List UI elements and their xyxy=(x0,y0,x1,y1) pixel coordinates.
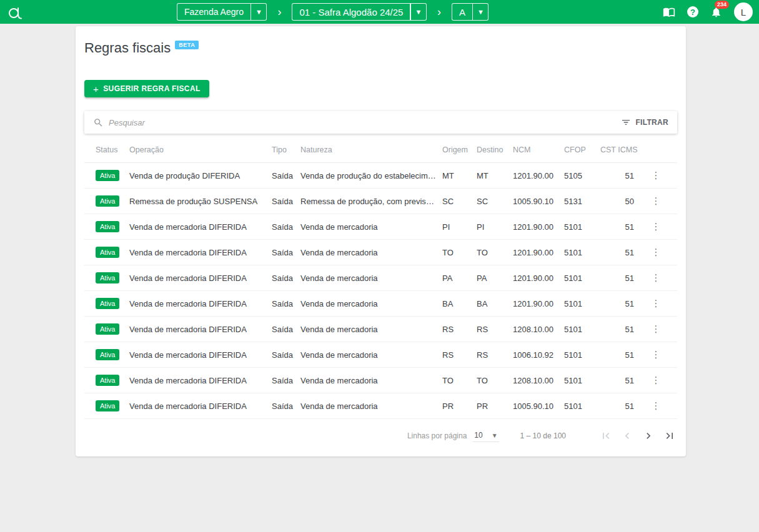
cell-operacao: Remessa de produção SUSPENSA xyxy=(129,189,272,214)
pagination-range-label: 1 – 10 de 100 xyxy=(520,431,566,440)
cell-tipo: Saída xyxy=(272,189,300,214)
cell-destino: PR xyxy=(477,393,513,419)
cell-cst-icms: 51 xyxy=(600,368,639,393)
notifications-bell-icon[interactable]: 234 xyxy=(710,6,722,18)
cell-natureza: Venda de mercadoria xyxy=(300,317,442,342)
plus-icon: + xyxy=(93,84,99,94)
cell-cst-icms: 51 xyxy=(600,317,639,342)
cell-natureza: Venda de mercadoria xyxy=(300,291,442,317)
table-row[interactable]: Ativa Venda de mercadoria DIFERIDA Saída… xyxy=(84,368,677,393)
cell-ncm: 1208.10.00 xyxy=(513,317,564,342)
table-row[interactable]: Ativa Venda de mercadoria DIFERIDA Saída… xyxy=(84,317,677,342)
cell-natureza: Venda de mercadoria xyxy=(300,214,442,240)
first-page-button[interactable] xyxy=(598,428,613,443)
plot-selector[interactable]: A ▼ xyxy=(452,3,489,21)
fiscal-rules-card: Regras fiscais BETA + SUGERIR REGRA FISC… xyxy=(76,26,686,456)
cell-origem: BA xyxy=(442,291,477,317)
cell-cfop: 5101 xyxy=(564,265,600,291)
plot-selector-label: A xyxy=(452,4,472,20)
previous-page-button[interactable] xyxy=(620,428,635,443)
filter-button-label: FILTRAR xyxy=(635,118,668,127)
chevron-down-icon[interactable]: ▼ xyxy=(411,4,426,20)
user-avatar[interactable]: L xyxy=(734,2,753,21)
cell-operacao: Venda de mercadoria DIFERIDA xyxy=(129,214,272,240)
table-row[interactable]: Ativa Venda de mercadoria DIFERIDA Saída… xyxy=(84,342,677,368)
table-row[interactable]: Ativa Remessa de produção SUSPENSA Saída… xyxy=(84,189,677,214)
status-badge: Ativa xyxy=(96,247,119,258)
search-bar: FILTRAR xyxy=(84,111,677,134)
table-row[interactable]: Ativa Venda de produção DIFERIDA Saída V… xyxy=(84,163,677,189)
row-menu-icon[interactable]: ⋮ xyxy=(647,219,667,234)
row-menu-icon[interactable]: ⋮ xyxy=(647,372,667,388)
farm-selector[interactable]: Fazenda Aegro ▼ xyxy=(177,3,267,21)
cell-ncm: 1201.90.00 xyxy=(513,265,564,291)
cell-origem: PI xyxy=(442,214,477,240)
cell-destino: TO xyxy=(477,368,513,393)
cell-natureza: Venda de mercadoria xyxy=(300,265,442,291)
cell-cst-icms: 51 xyxy=(600,291,639,317)
top-bar: Fazenda Aegro ▼ › 01 - Safra Algodão 24/… xyxy=(0,0,759,24)
row-menu-icon[interactable]: ⋮ xyxy=(647,398,667,413)
chevron-down-icon[interactable]: ▼ xyxy=(251,4,266,20)
cell-tipo: Saída xyxy=(272,317,300,342)
column-header-ncm: NCM xyxy=(513,137,564,163)
cell-tipo: Saída xyxy=(272,240,300,265)
row-menu-icon[interactable]: ⋮ xyxy=(647,167,667,183)
cell-cfop: 5101 xyxy=(564,393,600,419)
row-menu-icon[interactable]: ⋮ xyxy=(647,321,667,337)
page-title: Regras fiscais xyxy=(84,40,171,56)
filter-button[interactable]: FILTRAR xyxy=(621,117,668,127)
aegro-logo-icon[interactable] xyxy=(7,4,22,20)
cell-destino: MT xyxy=(477,163,513,189)
breadcrumb: Fazenda Aegro ▼ › 01 - Safra Algodão 24/… xyxy=(177,3,489,21)
column-header-cfop: CFOP xyxy=(564,137,600,163)
row-menu-icon[interactable]: ⋮ xyxy=(647,193,667,209)
breadcrumb-separator-icon: › xyxy=(277,6,281,17)
cell-cfop: 5101 xyxy=(564,368,600,393)
table-row[interactable]: Ativa Venda de mercadoria DIFERIDA Saída… xyxy=(84,214,677,240)
rows-per-page-select[interactable]: 10 ▼ xyxy=(473,430,499,442)
cell-destino: RS xyxy=(477,317,513,342)
column-header-actions xyxy=(639,137,677,163)
row-menu-icon[interactable]: ⋮ xyxy=(647,347,667,362)
cell-origem: MT xyxy=(442,163,477,189)
cell-cst-icms: 51 xyxy=(600,265,639,291)
row-menu-icon[interactable]: ⋮ xyxy=(647,244,667,260)
table-row[interactable]: Ativa Venda de mercadoria DIFERIDA Saída… xyxy=(84,265,677,291)
top-actions: ? 234 L xyxy=(663,0,753,24)
avatar-letter: L xyxy=(741,7,746,17)
row-menu-icon[interactable]: ⋮ xyxy=(647,295,667,311)
status-badge: Ativa xyxy=(96,400,119,411)
cell-ncm: 1005.90.10 xyxy=(513,189,564,214)
last-page-button[interactable] xyxy=(662,428,677,443)
cell-cst-icms: 51 xyxy=(600,163,639,189)
cell-operacao: Venda de mercadoria DIFERIDA xyxy=(129,317,272,342)
row-menu-icon[interactable]: ⋮ xyxy=(647,270,667,285)
cell-natureza: Venda de mercadoria xyxy=(300,240,442,265)
cell-tipo: Saída xyxy=(272,163,300,189)
status-badge: Ativa xyxy=(96,170,119,181)
next-page-button[interactable] xyxy=(641,428,656,443)
title-row: Regras fiscais BETA xyxy=(84,36,677,56)
help-icon[interactable]: ? xyxy=(687,6,698,17)
harvest-selector[interactable]: 01 - Safra Algodão 24/25 ▼ xyxy=(292,3,426,21)
rows-per-page-value: 10 xyxy=(474,431,482,440)
manual-book-icon[interactable] xyxy=(663,6,675,18)
table-row[interactable]: Ativa Venda de mercadoria DIFERIDA Saída… xyxy=(84,240,677,265)
search-input[interactable] xyxy=(109,118,621,127)
question-mark-glyph: ? xyxy=(690,7,695,17)
status-badge: Ativa xyxy=(96,272,119,283)
cell-operacao: Venda de mercadoria DIFERIDA xyxy=(129,240,272,265)
search-icon xyxy=(93,117,104,128)
cell-operacao: Venda de mercadoria DIFERIDA xyxy=(129,265,272,291)
cell-cfop: 5101 xyxy=(564,317,600,342)
suggest-fiscal-rule-button[interactable]: + SUGERIR REGRA FISCAL xyxy=(84,80,209,97)
status-badge: Ativa xyxy=(96,323,119,335)
table-row[interactable]: Ativa Venda de mercadoria DIFERIDA Saída… xyxy=(84,291,677,317)
cell-cfop: 5131 xyxy=(564,189,600,214)
cell-ncm: 1201.90.00 xyxy=(513,240,564,265)
chevron-down-icon[interactable]: ▼ xyxy=(473,4,488,20)
table-row[interactable]: Ativa Venda de mercadoria DIFERIDA Saída… xyxy=(84,393,677,419)
cell-tipo: Saída xyxy=(272,393,300,419)
cell-origem: TO xyxy=(442,240,477,265)
